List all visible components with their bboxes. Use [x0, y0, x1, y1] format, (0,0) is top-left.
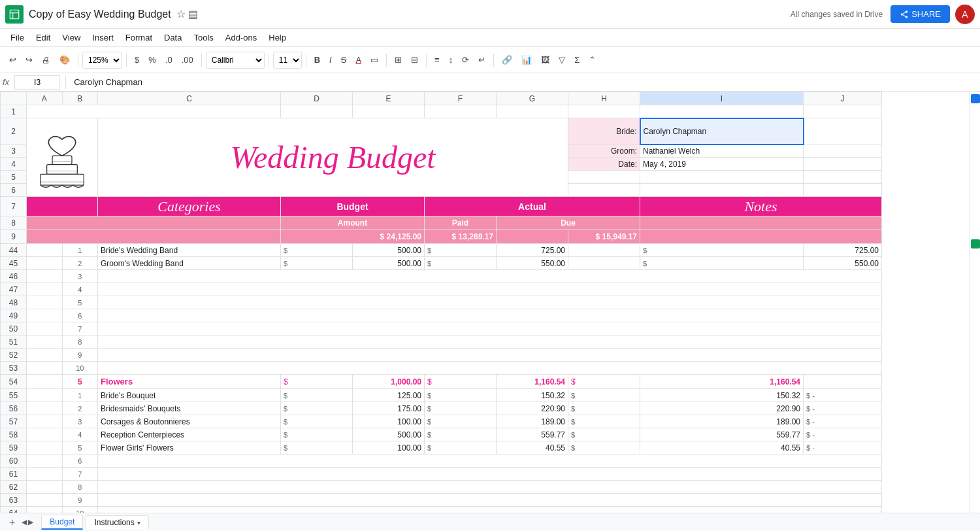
cell-g45[interactable]: 550.00: [497, 257, 568, 270]
bold-button[interactable]: B: [310, 52, 324, 67]
budget-tab[interactable]: Budget: [41, 515, 83, 530]
italic-button[interactable]: I: [325, 52, 336, 67]
add-sheet-button[interactable]: +: [5, 515, 19, 530]
col-c[interactable]: C: [98, 92, 281, 105]
instructions-tab[interactable]: Instructions ▾: [86, 515, 148, 529]
cell-reference-input[interactable]: [14, 75, 60, 90]
bride-value[interactable]: Carolyn Chapman: [640, 118, 804, 145]
menu-addons[interactable]: Add-ons: [220, 31, 262, 44]
vertical-align-button[interactable]: ↕: [445, 52, 457, 67]
flowers-dollar-h54[interactable]: $: [568, 375, 640, 389]
flowers-section-name[interactable]: Flowers: [98, 375, 281, 389]
more-button[interactable]: ⌃: [585, 52, 600, 67]
cell-a1[interactable]: [27, 105, 281, 118]
cell-e45[interactable]: 500.00: [353, 257, 425, 270]
formula-input[interactable]: [71, 76, 977, 88]
cell-b45[interactable]: 2: [62, 257, 98, 270]
col-f[interactable]: F: [425, 92, 497, 105]
date-value[interactable]: May 4, 2019: [640, 158, 804, 171]
text-color-button[interactable]: A: [351, 52, 365, 67]
cell-j2[interactable]: [804, 118, 882, 145]
cell-ij9[interactable]: [640, 230, 882, 244]
cell-abc8[interactable]: [27, 216, 281, 230]
print-button[interactable]: 🖨: [38, 52, 54, 67]
star-icon[interactable]: ☆: [176, 8, 186, 20]
flowers-section-num[interactable]: 5: [62, 375, 98, 389]
col-e[interactable]: E: [353, 92, 425, 105]
col-a[interactable]: A: [27, 92, 63, 105]
zoom-select[interactable]: 125%100%75%: [82, 52, 122, 69]
col-g[interactable]: G: [497, 92, 568, 105]
cell-h44[interactable]: [568, 244, 640, 257]
cell-i5[interactable]: [640, 171, 804, 184]
cell-a45[interactable]: [27, 257, 63, 270]
percent-button[interactable]: %: [144, 52, 160, 67]
cell-abc9[interactable]: [27, 230, 281, 244]
flowers-paid[interactable]: 1,160.54: [640, 375, 804, 389]
user-avatar[interactable]: A: [955, 5, 975, 24]
document-title[interactable]: Copy of Easy Wedding Budget: [29, 9, 171, 20]
menu-data[interactable]: Data: [159, 31, 187, 44]
borders-button[interactable]: ⊞: [391, 52, 406, 67]
cell-f45[interactable]: $: [425, 257, 497, 270]
filter-button[interactable]: ▽: [555, 52, 569, 67]
flowers-actual[interactable]: 1,160.54: [497, 375, 568, 389]
chart-button[interactable]: 📊: [517, 52, 536, 67]
cell-j6[interactable]: [804, 184, 882, 197]
image-button[interactable]: 🖼: [537, 52, 553, 67]
col-j[interactable]: J: [804, 92, 882, 105]
cell-a54[interactable]: [27, 375, 63, 389]
share-button[interactable]: SHARE: [890, 5, 950, 23]
cell-f1[interactable]: [425, 105, 497, 118]
decimal-increase-button[interactable]: .00: [178, 52, 197, 67]
cell-h45[interactable]: [568, 257, 640, 270]
undo-button[interactable]: ↩: [5, 52, 20, 67]
flowers-dollar-d54[interactable]: $: [281, 375, 353, 389]
cell-g9[interactable]: [497, 230, 568, 244]
sheets-nav-right[interactable]: ▶: [28, 518, 33, 526]
align-left-button[interactable]: ≡: [431, 52, 444, 67]
menu-tools[interactable]: Tools: [188, 31, 218, 44]
sidebar-icon-2[interactable]: [971, 239, 980, 248]
cell-d44[interactable]: $: [281, 244, 353, 257]
menu-view[interactable]: View: [57, 31, 86, 44]
cell-j3[interactable]: [804, 145, 882, 158]
wrap-button[interactable]: ↵: [474, 52, 489, 67]
cell-c45[interactable]: Groom's Wedding Band: [98, 257, 281, 270]
col-i[interactable]: I: [640, 92, 804, 105]
strikethrough-button[interactable]: S: [337, 52, 351, 67]
function-button[interactable]: Σ: [570, 52, 583, 67]
sidebar-icon-1[interactable]: [971, 94, 980, 103]
cell-i44-dollar[interactable]: $: [640, 244, 804, 257]
cell-h1[interactable]: [568, 105, 640, 118]
cell-h6[interactable]: [568, 184, 640, 197]
cell-j45[interactable]: 550.00: [804, 257, 882, 270]
paint-format-button[interactable]: 🎨: [56, 52, 74, 67]
cell-d1[interactable]: [281, 105, 353, 118]
link-button[interactable]: 🔗: [498, 52, 516, 67]
folder-icon[interactable]: ▤: [188, 8, 198, 20]
cell-e1[interactable]: [353, 105, 425, 118]
menu-file[interactable]: File: [5, 31, 29, 44]
cell-i6[interactable]: [640, 184, 804, 197]
cell-j1[interactable]: [804, 105, 882, 118]
cell-i1[interactable]: [640, 105, 804, 118]
redo-button[interactable]: ↪: [22, 52, 37, 67]
cell-g44[interactable]: 725.00: [497, 244, 568, 257]
cell-ij8[interactable]: [640, 216, 882, 230]
groom-value[interactable]: Nathaniel Welch: [640, 145, 804, 158]
cell-ab7[interactable]: [27, 197, 98, 216]
text-rotation-button[interactable]: ⟳: [458, 52, 473, 67]
cell-c44[interactable]: Bride's Wedding Band: [98, 244, 281, 257]
fill-color-button[interactable]: ▭: [367, 52, 382, 67]
cell-e44[interactable]: 500.00: [353, 244, 425, 257]
sheets-nav-left[interactable]: ◀: [22, 518, 27, 526]
menu-help[interactable]: Help: [263, 31, 291, 44]
cell-j54[interactable]: [804, 375, 882, 389]
decimal-decrease-button[interactable]: .0: [161, 52, 176, 67]
cell-j5[interactable]: [804, 171, 882, 184]
currency-button[interactable]: $: [131, 52, 143, 67]
cell-a44[interactable]: [27, 244, 63, 257]
col-d[interactable]: D: [281, 92, 353, 105]
menu-edit[interactable]: Edit: [31, 31, 56, 44]
